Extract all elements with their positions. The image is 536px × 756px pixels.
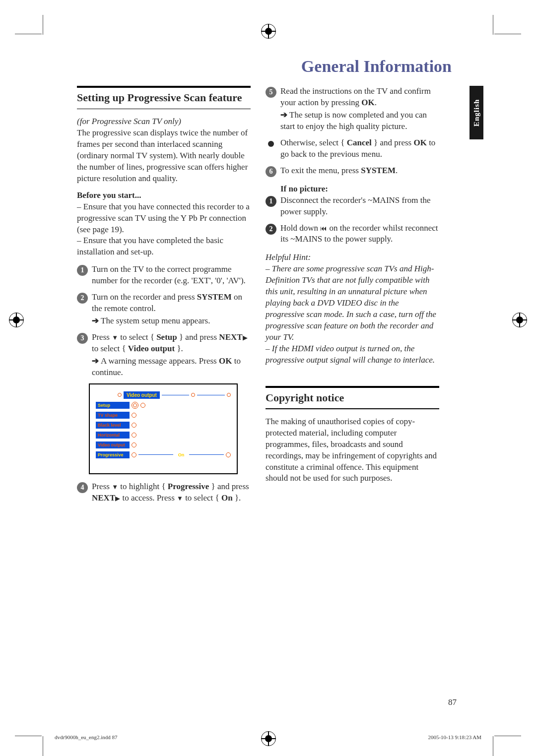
s6c: . xyxy=(396,166,398,175)
menu-fill-line xyxy=(189,454,224,455)
menu-item-blacklevel: Black level xyxy=(96,422,130,429)
down-arrow-icon xyxy=(112,332,118,342)
step-4-bullet: 4 xyxy=(77,482,88,493)
menu-item-horizontal: Horizontal xyxy=(96,432,130,439)
menu-row-tvshape: TV shape xyxy=(96,412,231,419)
nopic-1-text: Disconnect the recorder's ~MAINS from th… xyxy=(280,195,439,218)
np2a: Hold down xyxy=(280,223,320,233)
step-2-a: Turn on the recorder and press xyxy=(92,292,197,302)
s6a: To exit the menu, press xyxy=(280,166,361,175)
step-5-text: Read the instructions on the TV and conf… xyxy=(280,86,439,132)
menu-dot-icon xyxy=(140,403,145,408)
down-arrow-icon xyxy=(112,482,118,491)
s4e: NEXT xyxy=(92,493,115,503)
menu-tab-dot xyxy=(191,393,195,397)
step-4: 4 Press to highlight { Progressive } and… xyxy=(77,481,251,504)
step-1-text: Turn on the TV to the correct programme … xyxy=(92,264,251,287)
menu-dot-icon xyxy=(132,452,136,457)
page-title: General Information xyxy=(77,57,452,76)
right-arrow-icon xyxy=(243,332,248,342)
s4g: to select { xyxy=(183,493,221,503)
s4f: to access. Press xyxy=(120,493,177,503)
menu-dot-icon xyxy=(132,423,136,428)
s5b: OK xyxy=(361,98,374,107)
before-start-block: – Ensure that you have connected this re… xyxy=(77,201,251,258)
step-3-bullet: 3 xyxy=(77,333,88,344)
nopic-step-2: 2 Hold down on the recorder whilst recon… xyxy=(266,223,439,246)
s3b: to select { xyxy=(118,332,156,342)
crop-mark xyxy=(494,736,521,736)
registration-mark-icon xyxy=(261,24,276,39)
s4h: On xyxy=(221,493,233,503)
bullet-dot-icon xyxy=(268,141,274,147)
result-arrow-icon: ➔ xyxy=(280,110,287,120)
bb: Cancel xyxy=(347,138,372,147)
step-2: 2 Turn on the recorder and press SYSTEM … xyxy=(77,292,251,327)
crop-mark xyxy=(43,15,43,35)
step-5-sub-text: The setup is now completed and you can s… xyxy=(280,110,427,131)
ba: Otherwise, select { xyxy=(280,138,347,147)
crop-mark xyxy=(493,736,493,756)
result-arrow-icon: ➔ xyxy=(92,356,99,366)
heading-rule-top xyxy=(77,86,251,88)
step-2-sub: ➔The system setup menu appears. xyxy=(92,315,251,327)
result-arrow-icon: ➔ xyxy=(92,316,99,325)
step-2-sub-text: The system setup menu appears. xyxy=(101,316,210,325)
heading-rule-bottom xyxy=(77,109,251,110)
crop-mark xyxy=(494,34,521,34)
menu-cursor-icon xyxy=(132,402,138,409)
step-1-bullet: 1 xyxy=(77,265,88,276)
menu-item-progressive: Progressive xyxy=(96,451,130,458)
s6b: SYSTEM xyxy=(361,166,396,175)
menu-tab-label: Video output xyxy=(124,391,160,399)
language-tab: English xyxy=(469,86,483,139)
footer: dvdr9000h_eu_eng2.indd 87 2005-10-13 9:1… xyxy=(55,734,481,740)
step-2-b: SYSTEM xyxy=(197,292,232,302)
menu-tab-dot xyxy=(227,393,231,397)
s4c: Progressive xyxy=(168,482,209,491)
step-6-bullet: 6 xyxy=(266,166,276,177)
step-1: 1 Turn on the TV to the correct programm… xyxy=(77,264,251,287)
page-number: 87 xyxy=(448,697,457,707)
bd: OK xyxy=(413,138,426,147)
step-3: 3 Press to select { Setup } and press NE… xyxy=(77,332,251,378)
otherwise-bullet: Otherwise, select { Cancel } and press O… xyxy=(266,137,439,160)
menu-row-blacklevel: Black level xyxy=(96,422,231,429)
menu-row-horizontal: Horizontal xyxy=(96,432,231,439)
menu-tab-line xyxy=(197,395,225,395)
registration-mark-icon xyxy=(512,313,527,327)
nopic-2-bullet: 2 xyxy=(266,224,276,235)
s3g: Video output xyxy=(128,344,175,353)
if-no-picture-heading: If no picture: xyxy=(280,184,439,194)
s3h: }. xyxy=(175,344,183,353)
nopic-step-1: 1 Disconnect the recorder's ~MAINS from … xyxy=(266,195,439,218)
menu-item-tvshape: TV shape xyxy=(96,412,130,419)
s4b: to highlight { xyxy=(118,482,168,491)
columns: Setting up Progressive Scan feature (for… xyxy=(77,86,452,509)
hint-1: – There are some progressive scan TVs an… xyxy=(266,264,436,342)
footer-right: 2005-10-13 9:18:23 AM xyxy=(428,734,481,740)
s4a: Press xyxy=(92,482,112,491)
right-arrow-icon xyxy=(115,493,120,503)
heading-rule-top xyxy=(266,386,439,388)
step-5: 5 Read the instructions on the TV and co… xyxy=(266,86,439,132)
nopic-2-text: Hold down on the recorder whilst reconne… xyxy=(280,223,439,246)
before-you-start-heading: Before you start... xyxy=(77,190,251,200)
step-5-sub: ➔The setup is now completed and you can … xyxy=(280,110,439,132)
s4d: } and press xyxy=(209,482,249,491)
menu-row-setup: Setup xyxy=(96,402,231,409)
step-5-bullet: 5 xyxy=(266,87,276,98)
menu-tab-bar: Video output xyxy=(118,391,231,399)
s4i: }. xyxy=(233,493,241,503)
down-arrow-icon xyxy=(177,493,183,503)
s3a: Press xyxy=(92,332,112,342)
menu-row-progressive: Progressive On xyxy=(96,451,231,458)
copyright-body: The making of unauthorised copies of cop… xyxy=(266,416,439,485)
intro-text: The progressive scan displays twice the … xyxy=(77,128,248,183)
menu-dot-icon xyxy=(132,433,136,438)
section-heading-progressive: Setting up Progressive Scan feature xyxy=(77,91,251,105)
step-3-sub: ➔A warning message appears. Press OK to … xyxy=(92,356,251,378)
step-3-sub-text: A warning message appears. Press OK to c… xyxy=(92,356,241,377)
step-3-text: Press to select { Setup } and press NEXT… xyxy=(92,332,251,378)
menu-tab-dot xyxy=(118,393,122,397)
